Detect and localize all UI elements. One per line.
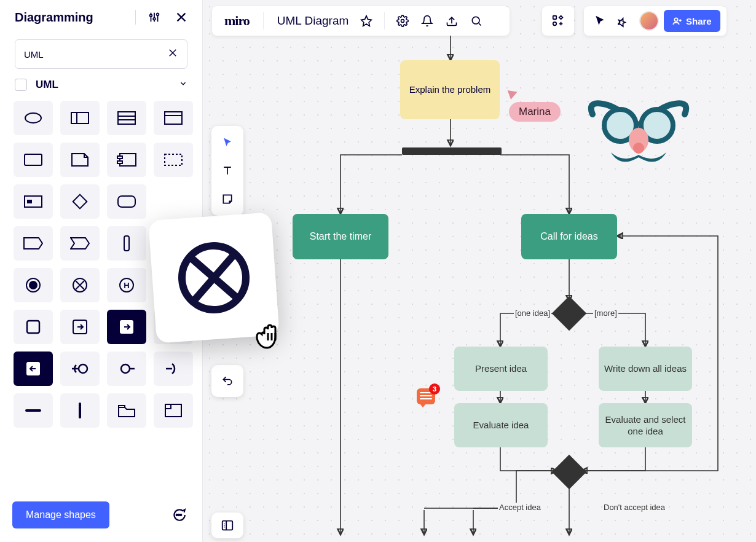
comment-count-badge: 3 [429,383,440,395]
svg-rect-27 [27,200,32,203]
search-icon[interactable] [466,10,487,31]
shape-component[interactable] [107,143,146,177]
shape-ellipse[interactable] [14,101,53,135]
svg-point-41 [79,364,87,373]
svg-rect-28 [73,195,87,209]
tool-select[interactable] [215,130,240,155]
shape-vline[interactable] [60,393,100,428]
shape-circle-x[interactable] [60,268,100,302]
svg-rect-6 [553,16,557,20]
tool-panel-toggle[interactable] [211,513,243,538]
svg-point-47 [176,514,178,516]
svg-point-4 [401,20,404,23]
svg-point-8 [674,18,677,21]
bell-icon[interactable] [417,10,438,31]
svg-point-10 [150,14,152,17]
panel-close-icon[interactable] [173,9,190,26]
shape-required-socket[interactable] [154,352,193,386]
svg-rect-46 [165,404,171,409]
shape-slot[interactable] [14,184,53,219]
shape-circle-h[interactable]: H [107,268,146,302]
shape-diamond[interactable] [60,184,100,219]
manage-shapes-button[interactable]: Manage shapes [12,501,109,528]
shape-class-box[interactable] [107,101,146,135]
svg-rect-9 [222,521,233,530]
upload-icon[interactable] [441,10,462,31]
svg-point-32 [29,281,37,289]
svg-text:H: H [124,281,129,290]
shape-bar[interactable] [107,226,146,261]
label-accept: Accept idea [498,503,542,512]
shape-square-arrow-r-dark[interactable] [107,310,146,344]
decision-2[interactable] [552,455,587,490]
panel-title: Diagramming [15,10,125,25]
panel-settings-icon[interactable] [146,9,163,26]
svg-rect-24 [117,161,122,163]
board-title[interactable]: UML Diagram [271,14,353,28]
shape-square-arrow-l-dark[interactable] [14,352,53,386]
tool-text[interactable] [215,158,240,184]
shape-chevron[interactable] [60,226,100,261]
shape-rounded[interactable] [107,184,146,219]
comment-thread[interactable]: 3 [417,388,435,404]
decision-1[interactable] [552,296,587,331]
svg-point-5 [473,17,480,24]
shape-panel[interactable] [154,101,193,135]
apps-button[interactable] [542,6,574,36]
grab-cursor-icon [252,313,295,359]
label-dont-accept: Don't accept idea [602,503,666,512]
clear-search-icon[interactable] [167,47,178,61]
svg-point-13 [25,113,41,123]
shape-search[interactable] [15,39,187,69]
node-start-timer[interactable]: Start the timer [293,214,388,259]
shape-dashed-rect[interactable] [154,143,193,177]
node-call-ideas[interactable]: Call for ideas [521,214,617,259]
shape-hline[interactable] [14,393,53,428]
shape-required-interface[interactable] [107,352,146,386]
svg-rect-44 [79,403,81,418]
shape-double-panel[interactable] [60,101,100,135]
category-label: UML [36,79,170,91]
share-label: Share [686,16,712,26]
node-present[interactable]: Present idea [454,347,548,391]
node-writedown[interactable]: Write down all ideas [599,347,692,391]
shape-rect[interactable] [14,143,53,177]
node-bar[interactable] [402,147,502,155]
tool-sticky[interactable] [215,186,240,212]
shape-note[interactable] [60,143,100,177]
node-evaluate-idea[interactable]: Evaluate idea [454,403,548,447]
reactions-icon[interactable] [615,10,634,31]
feedback-chat-icon[interactable] [168,504,190,526]
shape-tag[interactable] [14,226,53,261]
shape-square[interactable] [14,310,53,344]
shape-search-input[interactable] [24,49,167,60]
svg-point-48 [178,514,179,516]
shape-window[interactable] [154,393,193,428]
category-row[interactable]: UML [0,79,202,98]
shape-folder[interactable] [107,393,146,428]
tool-undo[interactable] [211,365,243,397]
user-avatar[interactable] [639,11,659,31]
shape-provided-interface[interactable] [60,352,100,386]
node-explain[interactable]: Explain the problem [400,60,500,119]
miro-logo[interactable]: miro [218,13,256,29]
chevron-down-icon[interactable] [179,79,187,90]
shape-circle-filled[interactable] [14,268,53,302]
svg-rect-14 [71,112,89,124]
node-evaluate-select[interactable]: Evaluate and select one idea [599,403,692,447]
svg-rect-16 [118,112,135,124]
svg-point-11 [153,18,156,20]
category-checkbox[interactable] [15,79,27,91]
svg-point-42 [121,364,130,373]
collab-bar: Share [584,6,726,36]
label-more: [more] [593,308,618,318]
svg-rect-30 [124,236,129,251]
cursor-tool-icon[interactable] [590,10,610,31]
svg-point-12 [157,14,159,16]
settings-gear-icon[interactable] [392,10,413,31]
share-button[interactable]: Share [664,10,720,32]
shape-square-arrow-r[interactable] [60,310,100,344]
collaborator-name: Marina [509,102,561,122]
star-icon[interactable] [356,10,377,31]
sticker-disguise[interactable] [586,96,691,170]
